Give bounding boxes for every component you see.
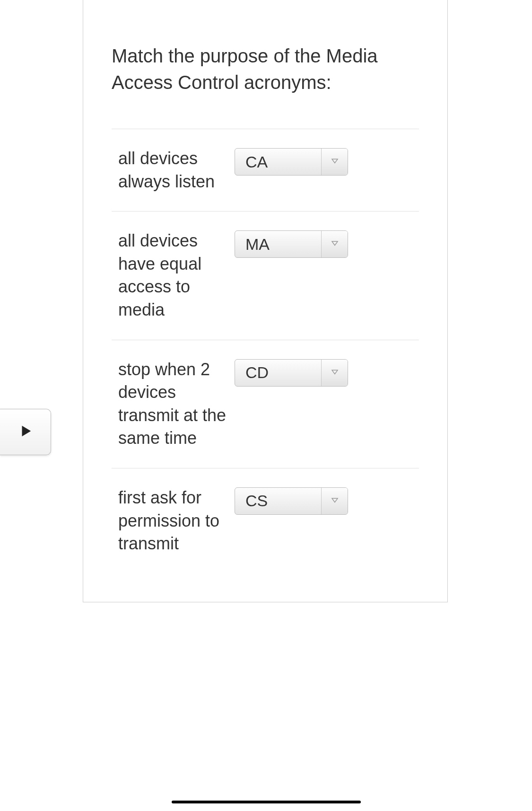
chevron-down-icon (331, 157, 339, 167)
chevron-down-icon (331, 496, 339, 506)
question-prompt: Match the purpose of the Media Access Co… (112, 43, 419, 96)
dropdown-button[interactable] (321, 488, 348, 514)
svg-marker-4 (332, 498, 338, 502)
row-label: first ask for permission to transmit (112, 486, 235, 555)
acronym-select[interactable]: MA (235, 230, 348, 258)
select-value: MA (235, 235, 270, 254)
svg-marker-1 (332, 159, 338, 163)
svg-marker-0 (22, 426, 31, 437)
row-label: all devices have equal access to media (112, 229, 235, 321)
row-label: stop when 2 devices transmit at the same… (112, 358, 235, 450)
svg-marker-2 (332, 241, 338, 245)
home-indicator (172, 801, 361, 803)
dropdown-button[interactable] (321, 149, 348, 175)
select-value: CD (235, 363, 269, 382)
match-row: all devices have equal access to media M… (112, 211, 419, 339)
side-expand-tab[interactable] (0, 409, 51, 455)
match-row: stop when 2 devices transmit at the same… (112, 340, 419, 468)
select-value: CA (235, 153, 268, 171)
chevron-down-icon (331, 368, 339, 378)
acronym-select[interactable]: CA (235, 148, 348, 176)
acronym-select[interactable]: CS (235, 487, 348, 515)
match-row: all devices always listen CA (112, 129, 419, 211)
question-card: Match the purpose of the Media Access Co… (83, 0, 448, 602)
match-row: first ask for permission to transmit CS (112, 468, 419, 573)
row-label: all devices always listen (112, 147, 235, 193)
svg-marker-3 (332, 370, 338, 374)
chevron-down-icon (331, 239, 339, 249)
select-value: CS (235, 492, 268, 510)
dropdown-button[interactable] (321, 231, 348, 257)
play-icon (18, 424, 33, 440)
acronym-select[interactable]: CD (235, 359, 348, 387)
dropdown-button[interactable] (321, 360, 348, 386)
